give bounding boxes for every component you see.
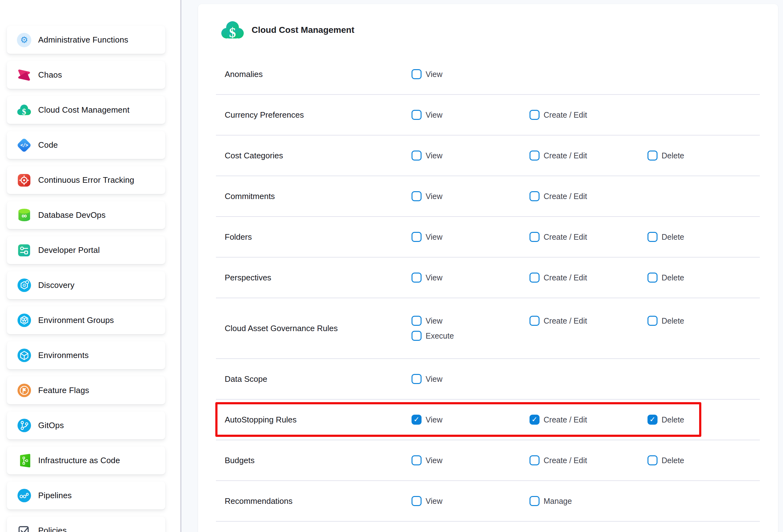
sidebar-item-policies[interactable]: Policies (7, 517, 165, 532)
checkbox-perspectives-delete[interactable]: Delete (648, 273, 765, 283)
checkbox-recommendations-manage[interactable]: Manage (530, 496, 648, 506)
checkbox-cloud-asset-governance-rules-view[interactable]: View (411, 316, 530, 326)
checkbox[interactable] (411, 415, 421, 425)
permission-row-label: AutoStopping Rules (216, 400, 411, 440)
permission-row-data-scope: Data Scope View (216, 359, 760, 400)
checkbox-cost-categories-view[interactable]: View (411, 151, 530, 160)
chaos-triangles-icon (16, 67, 32, 83)
checkbox-perspectives-create-edit[interactable]: Create / Edit (530, 273, 648, 283)
checkbox[interactable] (648, 273, 658, 283)
checkbox[interactable] (411, 151, 421, 160)
svg-text:∞: ∞ (22, 212, 27, 220)
checkbox[interactable] (411, 110, 421, 120)
sidebar-item-database-devops[interactable]: ∞ Database DevOps (7, 201, 165, 229)
sidebar-item-developer-portal[interactable]: Developer Portal (7, 236, 165, 264)
checkbox-folders-create-edit[interactable]: Create / Edit (530, 232, 648, 242)
database-infinity-icon: ∞ (16, 208, 32, 223)
checkbox[interactable] (411, 191, 421, 201)
permission-row-budgets: Budgets View Create / Edit Delete (216, 440, 760, 481)
checkbox-budgets-view[interactable]: View (411, 455, 530, 465)
checkbox-cloud-asset-governance-rules-delete[interactable]: Delete (648, 316, 765, 326)
flag-circle-icon (16, 383, 32, 398)
checkbox[interactable] (648, 415, 658, 425)
hexagon-cluster-icon (16, 313, 32, 328)
sidebar-item-environment-groups[interactable]: Environment Groups (7, 306, 165, 334)
checkbox-commitments-create-edit[interactable]: Create / Edit (530, 191, 648, 201)
checkbox[interactable] (530, 191, 539, 201)
target-icon (16, 173, 32, 188)
permission-row-recommendations: Recommendations View Manage (216, 481, 760, 522)
permission-row-currency-preferences: Currency Preferences View Create / Edit (216, 95, 760, 135)
permissions-screen: ⚙ Administrative Functions Chaos (0, 0, 783, 532)
checkbox[interactable] (530, 273, 539, 283)
checkbox-folders-view[interactable]: View (411, 232, 530, 242)
checkbox[interactable] (648, 151, 658, 160)
permission-row-folders: Folders View Create / Edit Delete (216, 217, 760, 257)
permission-row-label: Cloud Asset Governance Rules (216, 298, 411, 358)
permission-row-label: Currency Preferences (216, 95, 411, 135)
sidebar-item-gitops[interactable]: GitOps (7, 411, 165, 439)
checkbox-cloud-asset-governance-rules-create-edit[interactable]: Create / Edit (530, 316, 648, 326)
checkbox[interactable] (411, 455, 421, 465)
checkbox[interactable] (411, 232, 421, 242)
cloud-dollar-icon: $ (16, 102, 32, 118)
sidebar-item-environments[interactable]: Environments (7, 341, 165, 369)
module-list: ⚙ Administrative Functions Chaos (7, 26, 165, 532)
checkbox[interactable] (411, 69, 421, 79)
checkbox[interactable] (530, 110, 539, 120)
checkbox[interactable] (530, 316, 539, 326)
checkbox[interactable] (411, 331, 421, 341)
checkbox[interactable] (530, 455, 539, 465)
permission-row-cloud-asset-governance-rules: Cloud Asset Governance Rules View Create… (216, 298, 760, 359)
checkbox[interactable] (411, 496, 421, 506)
checkbox[interactable] (648, 316, 658, 326)
sidebar-item-code[interactable]: </> Code (7, 131, 165, 159)
checkbox-cost-categories-create-edit[interactable]: Create / Edit (530, 151, 648, 160)
code-brackets-icon: </> (16, 137, 32, 153)
checkbox[interactable] (648, 455, 658, 465)
checkbox-cost-categories-delete[interactable]: Delete (648, 151, 765, 160)
permission-row-label: Commitments (216, 176, 411, 216)
svg-text:⚙: ⚙ (22, 283, 26, 288)
checkbox-data-scope-view[interactable]: View (411, 374, 530, 384)
sidebar-item-infrastructure-as-code[interactable]: Infrastructure as Code (7, 446, 165, 474)
checkbox[interactable] (648, 232, 658, 242)
permission-row-commitments: Commitments View Create / Edit (216, 176, 760, 217)
checkbox[interactable] (411, 316, 421, 326)
sidebar-item-feature-flags[interactable]: Feature Flags (7, 376, 165, 404)
checkbox-perspectives-view[interactable]: View (411, 273, 530, 283)
checkbox-cloud-asset-governance-rules-execute[interactable]: Execute (411, 331, 530, 341)
checkbox-autostopping-rules-create-edit[interactable]: Create / Edit (530, 415, 648, 425)
checkbox[interactable] (530, 151, 539, 160)
checkbox[interactable] (411, 273, 421, 283)
cube-icon (16, 348, 32, 363)
sidebar-item-cloud-cost-management[interactable]: $ Cloud Cost Management (7, 96, 165, 124)
cloud-cost-management-permissions-card: $ Cloud Cost Management Anomalies View C… (198, 4, 778, 532)
checkbox-currency-preferences-view[interactable]: View (411, 110, 530, 120)
sidebar-item-discovery[interactable]: ⚙ Discovery (7, 271, 165, 299)
permission-row-label: Anomalies (216, 54, 411, 94)
checkbox-folders-delete[interactable]: Delete (648, 232, 765, 242)
checkbox-recommendations-view[interactable]: View (411, 496, 530, 506)
checkbox-autostopping-rules-delete[interactable]: Delete (648, 415, 765, 425)
gear-icon: ⚙ (16, 32, 32, 48)
hexagon-gear-magnifier-icon: ⚙ (16, 278, 32, 293)
sidebar-item-chaos[interactable]: Chaos (7, 61, 165, 89)
chain-links-icon (16, 488, 32, 503)
checkbox-currency-preferences-create-edit[interactable]: Create / Edit (530, 110, 648, 120)
sliders-icon (16, 243, 32, 258)
checkbox-anomalies-view[interactable]: View (411, 69, 530, 79)
checkbox-autostopping-rules-view[interactable]: View (411, 415, 530, 425)
sidebar-item-continuous-error-tracking[interactable]: Continuous Error Tracking (7, 166, 165, 194)
checkbox[interactable] (411, 374, 421, 384)
git-branch-icon (16, 418, 32, 433)
sidebar-item-administrative-functions[interactable]: ⚙ Administrative Functions (7, 26, 165, 54)
checkbox-budgets-create-edit[interactable]: Create / Edit (530, 455, 648, 465)
checkbox-commitments-view[interactable]: View (411, 191, 530, 201)
sidebar-item-pipelines[interactable]: Pipelines (7, 481, 165, 509)
checkbox[interactable] (530, 496, 539, 506)
checkbox[interactable] (530, 232, 539, 242)
checkbox-budgets-delete[interactable]: Delete (648, 455, 765, 465)
svg-text:$: $ (22, 107, 26, 117)
checkbox[interactable] (530, 415, 539, 425)
